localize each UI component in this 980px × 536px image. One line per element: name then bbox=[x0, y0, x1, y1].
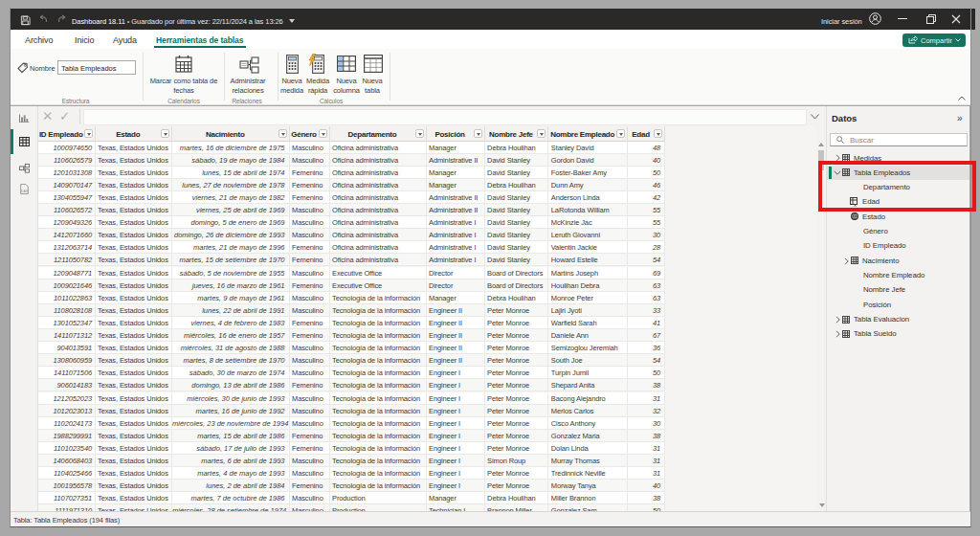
svg-text:DAX: DAX bbox=[21, 190, 29, 193]
